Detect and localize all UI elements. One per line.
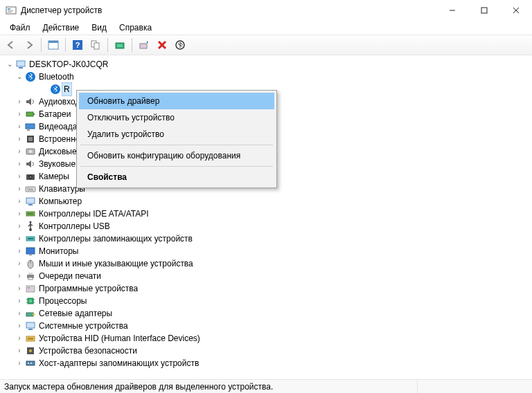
expand-icon[interactable]: › — [15, 135, 24, 143]
svg-text:?: ? — [76, 41, 80, 49]
expand-icon[interactable]: › — [15, 147, 24, 156]
tree-category-storage-controllers[interactable]: › Контроллеры запоминающих устройств — [6, 232, 532, 245]
expand-icon[interactable]: › — [15, 284, 24, 293]
category-label: Процессоры — [39, 295, 87, 307]
update-driver-button[interactable] — [112, 37, 128, 53]
svg-rect-43 — [28, 213, 28, 214]
expand-icon[interactable]: › — [15, 110, 24, 118]
category-label: Устройства HID (Human Interface Devices) — [39, 332, 200, 345]
camera-icon — [25, 171, 36, 182]
tree-category-processors[interactable]: › Процессоры — [6, 295, 532, 307]
svg-rect-56 — [28, 273, 33, 275]
expand-icon[interactable]: › — [15, 210, 24, 218]
svg-point-48 — [29, 228, 32, 231]
category-label: Сетевые адаптеры — [39, 307, 112, 320]
ctx-update-driver[interactable]: Обновить драйвер — [79, 93, 274, 109]
ctx-uninstall-device[interactable]: Удалить устройство — [79, 126, 274, 143]
scan-hardware-button[interactable] — [136, 37, 152, 53]
expand-icon[interactable]: › — [15, 235, 24, 243]
svg-rect-66 — [26, 313, 33, 316]
uninstall-button[interactable] — [154, 37, 170, 53]
category-label: Мыши и иные указывающие устройства — [39, 257, 193, 270]
category-label: Мониторы — [39, 245, 78, 257]
tree-category-monitors[interactable]: › Мониторы — [6, 245, 532, 257]
expand-icon[interactable]: › — [15, 322, 24, 330]
svg-rect-21 — [19, 67, 23, 68]
ctx-disable-device[interactable]: Отключить устройство — [79, 109, 274, 126]
tree-category-computer[interactable]: › Компьютер — [6, 195, 532, 208]
tree-category-bluetooth[interactable]: ⌄ Bluetooth — [6, 71, 532, 83]
tree-category-ide[interactable]: › Контроллеры IDE ATA/ATAPI — [6, 208, 532, 220]
svg-rect-27 — [27, 129, 30, 131]
firmware-icon — [25, 134, 36, 145]
expand-icon[interactable]: › — [15, 197, 24, 205]
titlebar: Диспетчер устройств — [0, 0, 532, 21]
expand-icon[interactable]: › — [15, 359, 24, 367]
menu-help[interactable]: Справка — [114, 21, 157, 34]
maximize-button[interactable] — [468, 0, 500, 21]
collapse-icon[interactable]: ⌄ — [6, 60, 14, 68]
properties-button[interactable] — [87, 37, 104, 53]
expand-icon[interactable]: › — [15, 334, 24, 342]
tree-category-security[interactable]: › Устройства безопасности — [6, 345, 532, 357]
security-device-icon — [25, 345, 36, 356]
svg-rect-67 — [33, 313, 35, 316]
close-button[interactable] — [500, 0, 532, 21]
menu-action[interactable]: Действие — [37, 21, 85, 34]
tree-category-software-devices[interactable]: › Программные устройства — [6, 282, 532, 295]
expand-icon[interactable]: › — [15, 185, 24, 193]
svg-point-34 — [30, 176, 32, 179]
expand-icon[interactable]: › — [15, 222, 24, 230]
tree-category-print-queues[interactable]: › Очереди печати — [6, 270, 532, 282]
expand-icon[interactable]: › — [15, 247, 24, 255]
ctx-properties[interactable]: Свойства — [79, 169, 274, 185]
separator — [132, 38, 132, 52]
svg-rect-39 — [28, 190, 33, 190]
category-label: Очереди печати — [39, 270, 101, 282]
menu-view[interactable]: Вид — [86, 21, 112, 34]
svg-rect-20 — [17, 61, 25, 66]
statusbar-grip — [417, 380, 528, 393]
minimize-button[interactable] — [436, 0, 468, 21]
tree-category-hba[interactable]: › Хост-адаптеры запоминающих устройств — [6, 357, 532, 369]
tree-category-usb[interactable]: › Контроллеры USB — [6, 220, 532, 232]
svg-rect-68 — [26, 322, 35, 328]
expand-icon[interactable]: › — [15, 172, 24, 181]
tree-category-system-devices[interactable]: › Системные устройства — [6, 320, 532, 332]
menu-file[interactable]: Файл — [4, 21, 36, 34]
forward-button[interactable] — [21, 37, 37, 53]
expand-icon[interactable]: › — [15, 259, 24, 268]
display-adapter-icon — [25, 121, 36, 132]
monitor-icon — [25, 246, 36, 257]
host-bus-adapter-icon — [25, 358, 36, 369]
status-text: Запуск мастера обновления драйверов для … — [4, 382, 273, 392]
help-button[interactable]: ? — [69, 37, 86, 53]
battery-icon — [25, 109, 36, 120]
tree-category-mice[interactable]: › Мыши и иные указывающие устройства — [6, 257, 532, 270]
collapse-icon[interactable]: ⌄ — [15, 73, 24, 81]
tree-root[interactable]: ⌄ DESKTOP-JK0JCQR — [6, 58, 532, 71]
svg-rect-36 — [27, 188, 28, 189]
svg-rect-9 — [48, 41, 58, 43]
ctx-scan-hardware[interactable]: Обновить конфигурацию оборудования — [79, 147, 274, 164]
svg-rect-13 — [94, 43, 99, 49]
expand-icon[interactable]: › — [15, 309, 24, 318]
expand-icon[interactable]: › — [15, 347, 24, 355]
back-button[interactable] — [3, 37, 19, 53]
svg-rect-5 — [481, 8, 487, 13]
tree-category-network[interactable]: › Сетевые адаптеры — [6, 307, 532, 320]
expand-icon[interactable]: › — [15, 160, 24, 168]
computer-icon — [25, 196, 36, 207]
separator — [65, 38, 66, 52]
show-hide-tree-button[interactable] — [45, 37, 62, 53]
usb-icon — [25, 221, 36, 232]
computer-icon — [15, 59, 26, 70]
expand-icon[interactable]: › — [15, 297, 24, 305]
expand-icon[interactable]: › — [15, 272, 24, 280]
disable-button[interactable] — [172, 37, 188, 53]
svg-rect-15 — [117, 44, 123, 47]
expand-icon[interactable]: › — [15, 122, 24, 131]
tree-category-hid[interactable]: › Устройства HID (Human Interface Device… — [6, 332, 532, 345]
svg-rect-69 — [28, 329, 33, 330]
expand-icon[interactable]: › — [15, 98, 24, 106]
